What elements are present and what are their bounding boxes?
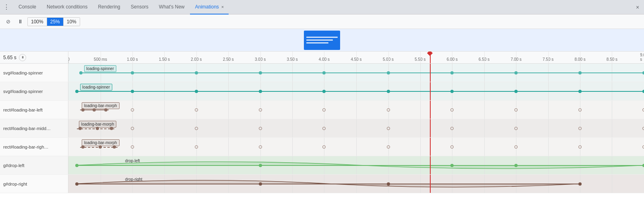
track-grid-line: [548, 101, 549, 119]
ruler-grid-line: [388, 52, 389, 63]
animation-iteration-dot: [578, 108, 582, 112]
track-grid-line: [356, 119, 357, 137]
animation-keyframe-dot: [450, 90, 454, 93]
track-grid-line: [484, 119, 485, 137]
animation-keyframe-dot: [113, 145, 116, 149]
animation-keyframe-dot: [514, 71, 518, 74]
ruler-grid-line: [164, 52, 165, 63]
animation-keyframe-dot: [131, 90, 134, 93]
animation-track[interactable]: loading-spinner: [68, 82, 644, 100]
speed-100[interactable]: 100%: [28, 18, 47, 26]
animation-track[interactable]: loading-bar-morph: [68, 138, 644, 156]
track-grid-line: [420, 138, 421, 156]
tab-network-conditions[interactable]: Network conditions: [42, 0, 92, 14]
track-grid-line: [612, 101, 612, 119]
tab-rendering[interactable]: Rendering: [93, 0, 125, 14]
track-grid-line: [164, 119, 165, 137]
animation-row: svg#loading-spinnerloading-spinner: [0, 64, 644, 82]
animation-keyframe-dot: [93, 108, 96, 112]
animation-name-label: loading-spinner: [84, 65, 116, 72]
speed-10[interactable]: 10%: [64, 18, 80, 26]
animation-keyframe-dot: [450, 164, 454, 167]
animation-row-label: g#drop-right: [0, 175, 68, 193]
animation-track[interactable]: loading-bar-morph: [68, 119, 644, 137]
track-grid-line: [548, 138, 549, 156]
animation-track[interactable]: drop-left: [68, 156, 644, 174]
animation-iteration-dot: [514, 127, 518, 130]
devtools-close-button[interactable]: ×: [633, 2, 642, 12]
track-grid-line: [484, 101, 485, 119]
animation-keyframe-dot: [131, 71, 134, 74]
ruler-grid-line: [484, 52, 485, 63]
track-grid-line: [292, 101, 293, 119]
ruler-grid-line: [356, 52, 357, 63]
ruler-grid-line: [420, 52, 421, 63]
track-grid-line: [420, 101, 421, 119]
tab-console[interactable]: Console: [14, 0, 41, 14]
animation-name-label: loading-bar-morph: [82, 102, 120, 109]
more-icon: ⋮: [3, 3, 10, 11]
tab-animations[interactable]: Animations ×: [190, 0, 229, 14]
animation-keyframe-dot: [99, 145, 102, 149]
ruler-track[interactable]: 0500 ms1.00 s1.50 s2.00 s2.50 s3.00 s3.5…: [68, 52, 644, 63]
animation-iteration-dot: [387, 108, 390, 112]
animation-iteration-dot: [578, 145, 582, 149]
animation-keyframe-dot: [514, 164, 518, 167]
animation-iteration-dot: [514, 145, 518, 149]
animation-iteration-dot: [259, 145, 262, 149]
animation-row-label: rect#loading-bar-midd…: [0, 119, 68, 137]
clear-button[interactable]: ⊘: [3, 17, 13, 27]
preview-line-2: [306, 39, 333, 41]
pause-button[interactable]: ⏸: [15, 17, 25, 27]
tab-animations-close[interactable]: ×: [221, 4, 224, 9]
animation-keyframe-dot: [79, 71, 83, 74]
animation-track[interactable]: loading-spinner: [68, 64, 644, 82]
animation-track[interactable]: loading-bar-morph: [68, 101, 644, 119]
track-grid-line: [164, 138, 165, 156]
animation-row: rect#loading-bar-midd…loading-bar-morph: [0, 119, 644, 138]
animation-keyframe-dot: [578, 182, 582, 186]
animation-iteration-dot: [450, 145, 454, 149]
animation-keyframe-dot: [195, 90, 198, 93]
animation-iteration-dot: [387, 145, 390, 149]
animation-iteration-dot: [131, 145, 134, 149]
animation-iteration-dot: [322, 127, 326, 130]
animation-iteration-dot: [259, 127, 262, 130]
tab-whats-new[interactable]: What's New: [154, 0, 190, 14]
animation-iteration-dot: [450, 108, 454, 112]
track-grid-line: [612, 175, 612, 193]
current-time-display: 5.65 s ⏸: [0, 52, 68, 63]
track-grid-line: [612, 138, 612, 156]
ruler-grid-line: [292, 52, 293, 63]
animation-row: g#drop-leftdrop-left: [0, 156, 644, 175]
tab-sensors[interactable]: Sensors: [126, 0, 153, 14]
animation-rows: svg#loading-spinnerloading-spinnersvg#lo…: [0, 64, 644, 217]
animation-keyframe-dot: [75, 164, 78, 167]
ruler-grid-line: [101, 52, 101, 63]
tab-whats-new-label: What's New: [159, 4, 185, 10]
animation-iteration-dot: [195, 127, 198, 130]
tab-sensors-label: Sensors: [131, 4, 149, 10]
timeline-pause-button[interactable]: ⏸: [19, 54, 26, 61]
animation-keyframe-dot: [259, 90, 262, 93]
ruler-grid-line: [452, 52, 452, 63]
track-grid-line: [164, 101, 165, 119]
animation-keyframe-dot: [322, 90, 326, 93]
animation-line: [77, 91, 644, 92]
current-time-value: 5.65 s: [3, 55, 17, 60]
preview-line-1: [306, 37, 338, 38]
track-grid-line: [228, 101, 229, 119]
animation-track[interactable]: drop-right: [68, 175, 644, 193]
track-playhead: [430, 175, 431, 193]
pause-icon: ⏸: [18, 19, 23, 25]
preview-line-3: [306, 42, 328, 43]
animation-iteration-dot: [642, 127, 644, 130]
animation-row: rect#loading-bar-righ…loading-bar-morph: [0, 138, 644, 156]
animation-keyframe-dot: [81, 108, 85, 112]
tab-menu-icon[interactable]: ⋮: [2, 2, 11, 12]
ruler-grid-line: [516, 52, 516, 63]
track-grid-line: [612, 119, 612, 137]
speed-25[interactable]: 25%: [47, 18, 64, 26]
animation-row: g#drop-rightdrop-right: [0, 175, 644, 193]
animation-row-label: g#drop-left: [0, 156, 68, 174]
